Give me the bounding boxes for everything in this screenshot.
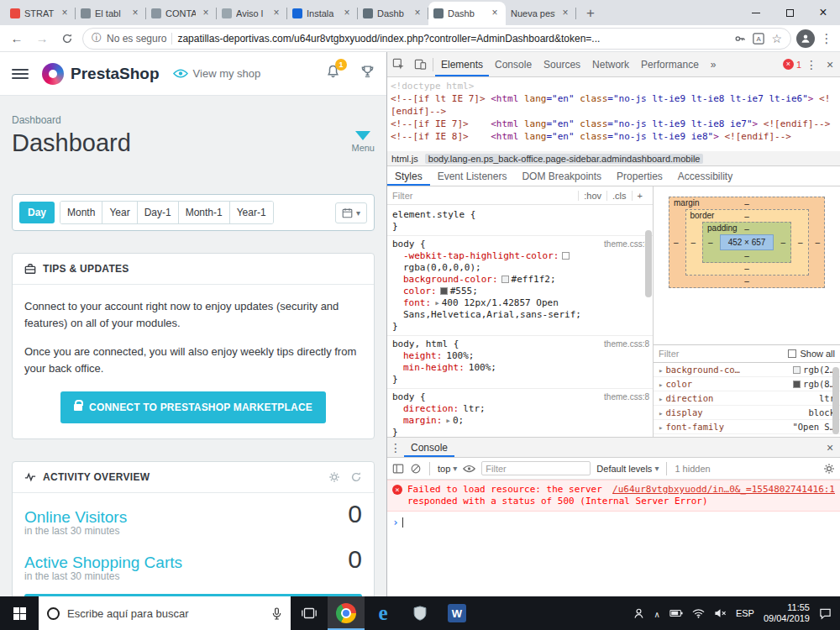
color-swatch[interactable]	[501, 276, 509, 283]
tab-close-icon[interactable]	[341, 8, 353, 19]
range-year-1-button[interactable]: Year-1	[229, 202, 273, 223]
margin-right-value[interactable]: –	[816, 237, 821, 248]
margin-bottom-value[interactable]: –	[744, 276, 749, 286]
menu-dropdown[interactable]: Menu	[351, 129, 375, 153]
security-label[interactable]: No es seguro	[107, 33, 166, 45]
padding-bottom-value[interactable]: –	[744, 250, 749, 261]
tab-close-icon[interactable]	[412, 8, 423, 19]
tab-close-icon[interactable]	[489, 8, 501, 19]
tab-styles[interactable]: Styles	[387, 166, 430, 186]
minimize-button[interactable]	[739, 0, 773, 25]
border-top-value[interactable]: –	[744, 211, 749, 222]
task-view-button[interactable]	[291, 596, 328, 630]
show-all-toggle[interactable]: Show all	[788, 349, 835, 359]
taskbar-chrome-button[interactable]	[328, 596, 365, 630]
forward-button[interactable]: →	[32, 29, 52, 49]
box-model-padding[interactable]: padding – – 452 × 657 – –	[702, 222, 791, 263]
reload-button[interactable]	[57, 29, 77, 49]
prestashop-logo[interactable]: PrestaShop	[42, 63, 160, 85]
taskbar-clock[interactable]: 11:55 09/04/2019	[764, 602, 810, 624]
padding-top-value[interactable]: –	[744, 223, 749, 234]
console-sidebar-toggle[interactable]	[392, 463, 404, 475]
styles-filter-input[interactable]	[392, 191, 573, 201]
translate-icon[interactable]: A	[753, 33, 764, 45]
devtools-menu-icon[interactable]	[803, 58, 820, 71]
browser-profile-avatar[interactable]	[796, 29, 815, 48]
address-bar[interactable]: ⓘ No es seguro zapatillas-deportivas.com…	[82, 28, 791, 50]
scrollbar-thumb[interactable]	[832, 367, 839, 434]
console-filter-input[interactable]	[481, 461, 591, 475]
border-right-value[interactable]: –	[798, 237, 803, 248]
devtools-tab-console[interactable]: Console	[489, 52, 538, 76]
error-counter[interactable]: 1	[781, 59, 803, 70]
console-messages[interactable]: /u64ur8vtgbxyuodd/in…0&_=1554802741416:1…	[387, 480, 840, 596]
computed-property-row[interactable]: font-family"Open S…	[654, 420, 840, 434]
padding-right-value[interactable]: –	[780, 237, 785, 248]
close-window-button[interactable]	[806, 0, 840, 25]
log-levels-dropdown[interactable]: Default levels	[596, 464, 659, 474]
margin-top-value[interactable]: –	[744, 198, 749, 209]
view-my-shop-link[interactable]: View my shop	[173, 67, 261, 80]
drawer-menu-icon[interactable]	[387, 441, 404, 454]
devtools-tab-sources[interactable]: Sources	[538, 52, 586, 76]
browser-tab-2[interactable]: El tabl	[76, 2, 146, 25]
devtools-close-icon[interactable]	[820, 58, 840, 71]
computed-property-row[interactable]: background-co…rgb(2…	[654, 363, 840, 377]
taskbar-edge-button[interactable]	[365, 596, 402, 630]
expand-arrow-icon[interactable]	[659, 379, 665, 389]
hidden-messages-count[interactable]: 1 hidden	[675, 464, 710, 474]
devtools-tab-network[interactable]: Network	[586, 52, 635, 76]
live-expression-eye-button[interactable]	[463, 465, 475, 473]
tab-dom-breakpoints[interactable]: DOM Breakpoints	[514, 166, 609, 186]
active-carts-link[interactable]: Active Shopping Carts	[24, 554, 182, 572]
tab-close-icon[interactable]	[200, 8, 212, 19]
range-day-button[interactable]: Day	[19, 202, 55, 223]
range-year-button[interactable]: Year	[102, 202, 136, 223]
browser-tab-7-active[interactable]: Dashb	[428, 2, 506, 25]
elements-tree[interactable]: <!doctype html><!--[if lt IE 7]> <html l…	[387, 77, 840, 151]
box-model-border[interactable]: border – – padding – – 45	[685, 209, 809, 276]
computed-property-row[interactable]: directionltr	[654, 391, 840, 406]
people-icon[interactable]	[633, 607, 645, 620]
tab-close-icon[interactable]	[270, 8, 282, 19]
tab-close-icon[interactable]	[129, 8, 141, 19]
console-prompt[interactable]	[387, 512, 840, 533]
tab-properties[interactable]: Properties	[609, 166, 670, 186]
breadcrumb-html[interactable]: html.js	[391, 154, 418, 164]
wifi-icon[interactable]	[692, 608, 705, 618]
console-drawer-tab[interactable]: Console	[404, 438, 454, 457]
error-source-link[interactable]: /u64ur8vtgbxyuodd/in…0&_=1554802741416:1	[612, 484, 835, 496]
start-button[interactable]	[0, 596, 39, 630]
expand-arrow-icon[interactable]	[659, 422, 665, 432]
taskbar-search-input[interactable]	[67, 607, 264, 620]
tab-event-listeners[interactable]: Event Listeners	[430, 166, 515, 186]
toggle-classes[interactable]: .cls	[606, 191, 632, 201]
battery-icon[interactable]	[669, 609, 683, 617]
padding-left-value[interactable]: –	[708, 237, 713, 248]
range-month-1-button[interactable]: Month-1	[178, 202, 229, 223]
tab-close-icon[interactable]	[559, 8, 571, 19]
browser-tab-6[interactable]: Dashb	[358, 2, 428, 25]
computed-property-row[interactable]: colorrgb(8…	[654, 377, 840, 391]
range-day-1-button[interactable]: Day-1	[137, 202, 178, 223]
connect-marketplace-button[interactable]: CONNECT TO PRESTASHOP MARKETPLACE	[60, 391, 326, 424]
browser-tab-1[interactable]: STRAT	[5, 2, 76, 25]
date-picker-button[interactable]	[335, 202, 367, 223]
breadcrumb-body-selected[interactable]: body.lang-en.ps_back-office.page-sidebar…	[425, 154, 704, 164]
box-model-content[interactable]: 452 × 657	[720, 234, 774, 250]
expand-arrow-icon[interactable]	[431, 297, 442, 308]
inspect-element-button[interactable]	[387, 52, 409, 76]
browser-tab-5[interactable]: Instala	[287, 2, 358, 25]
toggle-hover-state[interactable]: :hov	[578, 191, 606, 201]
tray-overflow-chevron[interactable]	[654, 606, 660, 621]
new-style-rule-button[interactable]: +	[632, 191, 648, 201]
color-swatch[interactable]	[562, 252, 570, 260]
execution-context-selector[interactable]: top	[438, 464, 457, 474]
devtools-tab-elements[interactable]: Elements	[435, 52, 489, 76]
taskbar-word-button[interactable]	[438, 596, 475, 630]
css-rule-body-2[interactable]: theme.css:8 body { direction:ltr; margin…	[387, 389, 653, 437]
show-all-checkbox[interactable]	[788, 349, 796, 358]
dom-node-comment[interactable]: <!--[if IE 8]> <html lang="en" class="no…	[391, 130, 837, 143]
hamburger-menu-icon[interactable]	[12, 69, 29, 79]
scrollbar-thumb[interactable]	[645, 230, 652, 297]
